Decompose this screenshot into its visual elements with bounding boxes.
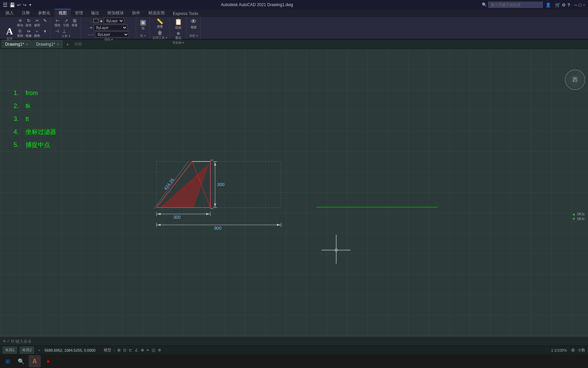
nav-cube-label: 西 bbox=[572, 76, 578, 83]
status-mode: 模型 bbox=[104, 348, 111, 353]
quick-access-undo[interactable]: ↩ bbox=[17, 2, 21, 7]
user-icon[interactable]: 👤 bbox=[545, 2, 551, 7]
rotate-btn[interactable]: ↻旋转 bbox=[24, 18, 33, 28]
measure-btn[interactable]: 📏测量 bbox=[156, 18, 164, 29]
app-menu-icon[interactable]: ☰ bbox=[3, 2, 7, 8]
command-input[interactable] bbox=[15, 339, 117, 344]
lineweight-toggle[interactable]: ━ bbox=[147, 348, 149, 352]
tab-parametric[interactable]: 参数化 bbox=[34, 9, 54, 17]
search-taskbar-btn[interactable]: 🔍 bbox=[15, 355, 27, 367]
search-icon: 🔍 bbox=[482, 2, 487, 7]
doc-tab-2-close[interactable]: × bbox=[57, 43, 59, 46]
red-circle-icon: ● bbox=[47, 358, 50, 365]
leader-icon: ↗ bbox=[64, 18, 68, 23]
color-select[interactable]: ByLayer bbox=[104, 18, 124, 24]
measure-icon: 📏 bbox=[157, 18, 163, 25]
linear-label: 线性 bbox=[54, 23, 61, 28]
settings-icon[interactable]: ⚙ bbox=[562, 2, 566, 7]
doc-tab-2[interactable]: Drawing1* × bbox=[32, 40, 63, 48]
doc-tab-1[interactable]: Drawing1* × bbox=[1, 40, 32, 48]
dim-style[interactable]: ⊥ bbox=[61, 28, 67, 34]
quick-access-redo[interactable]: ↪ bbox=[23, 2, 27, 7]
quick-access-save[interactable]: 💾 bbox=[10, 2, 15, 7]
selection-cycle[interactable]: ⊜ bbox=[158, 348, 161, 352]
paste-btn[interactable]: 📋粘贴 bbox=[174, 18, 183, 30]
linear-dim[interactable]: ⊢线性 bbox=[53, 18, 62, 28]
layout1-tab[interactable]: 布局1 bbox=[3, 347, 17, 354]
tab-addons[interactable]: 附加模块 bbox=[103, 9, 128, 17]
table-btn[interactable]: ⊞表格 bbox=[70, 18, 79, 28]
app-title: Autodesk AutoCAD 2021 Drawing1.dwg bbox=[32, 2, 482, 7]
tab-output[interactable]: 输出 bbox=[87, 9, 103, 17]
ortho-toggle[interactable]: ⊏ bbox=[129, 348, 132, 352]
fillet-btn[interactable]: ⌐圆角 bbox=[33, 28, 41, 39]
dim-more-icon: ⊣ bbox=[55, 29, 59, 34]
grid-toggle[interactable]: ⊞ bbox=[117, 348, 120, 352]
dim-more[interactable]: ⊣ bbox=[53, 28, 60, 34]
ribbon-section-annotation: ⊢线性 ↗引线 ⊞表格 ⊣ ⊥ 注释 ▾ bbox=[51, 17, 81, 39]
mirror-icon: ⇔ bbox=[27, 29, 31, 34]
svg-marker-24 bbox=[277, 224, 280, 226]
ribbon-tabs: 插入 注释 参数化 视图 管理 输出 附加模块 协作 精选应用 Express … bbox=[0, 10, 588, 17]
linear-icon: ⊢ bbox=[56, 18, 60, 23]
ribbon-section-groups: ▣组 组 ▾ bbox=[137, 17, 150, 39]
canvas-area[interactable]: 1. from 2. tk 3. tt 4. 坐标过滤器 5. 捕捉中点 bbox=[0, 49, 588, 337]
trim-btn[interactable]: ✂修剪 bbox=[33, 18, 41, 28]
maximize-btn[interactable]: □ bbox=[579, 2, 582, 7]
tab-express[interactable]: Express Tools bbox=[169, 10, 202, 17]
dim-style-icon: ⊥ bbox=[62, 29, 66, 34]
close-btn[interactable]: × bbox=[583, 2, 585, 7]
purge-btn[interactable]: 🗑 bbox=[156, 30, 164, 36]
tab-manage[interactable]: 管理 bbox=[71, 9, 87, 17]
layer-linetype-select[interactable]: ByLayer bbox=[95, 31, 129, 37]
quick-access-more[interactable]: ▼ bbox=[29, 3, 32, 7]
minimize-btn[interactable]: ─ bbox=[574, 2, 577, 7]
line-weight-icon: ━ bbox=[90, 26, 92, 30]
svg-marker-19 bbox=[206, 213, 210, 215]
nav-cube[interactable]: 西 bbox=[565, 70, 585, 90]
tab-annotation[interactable]: 注释 bbox=[18, 9, 34, 17]
settings-btn[interactable]: ⚙ bbox=[571, 348, 575, 353]
tab-view[interactable]: 视图 bbox=[54, 9, 71, 17]
autocad-taskbar-btn[interactable]: A bbox=[29, 355, 41, 367]
tab-insert[interactable]: 插入 bbox=[1, 9, 18, 17]
dim-height-text: 300 bbox=[217, 182, 225, 187]
transparency-toggle[interactable]: ◫ bbox=[152, 348, 155, 352]
layer-color-select[interactable]: ByLayer bbox=[94, 25, 128, 31]
doc-tab-1-close[interactable]: × bbox=[26, 43, 28, 46]
mirror-btn[interactable]: ⇔镜像 bbox=[24, 28, 33, 39]
windows-start-btn[interactable]: ⊞ bbox=[1, 355, 14, 367]
cart-icon[interactable]: 🛒 bbox=[555, 2, 560, 7]
command-area: ✕ ✓ ⊡ bbox=[0, 337, 588, 346]
tab-featured[interactable]: 精选应用 bbox=[144, 9, 169, 17]
move-btn[interactable]: ✛移动 bbox=[16, 18, 24, 28]
base-label: 基点 bbox=[175, 36, 181, 40]
workspace-btn[interactable]: 小数 bbox=[578, 348, 585, 353]
view-label: 视图 bbox=[191, 25, 197, 30]
more-modify[interactable]: ▾ bbox=[42, 28, 48, 39]
tab-collaborate[interactable]: 协作 bbox=[128, 9, 144, 17]
tabs-row: Drawing1* × Drawing1* × + 绘图 bbox=[0, 40, 588, 49]
base-btn[interactable]: ⊕基点 bbox=[174, 31, 182, 41]
view-btn[interactable]: 👁视图 bbox=[190, 18, 198, 30]
help-icon[interactable]: ? bbox=[567, 2, 570, 7]
search-input[interactable] bbox=[488, 2, 543, 8]
upload-icon: ▲ bbox=[572, 212, 576, 216]
table-label: 表格 bbox=[71, 23, 78, 28]
edit-btn[interactable]: ✎ bbox=[42, 18, 48, 28]
utilities-btns: 📏测量 🗑 bbox=[156, 18, 164, 36]
group-btn[interactable]: ▣组 bbox=[139, 18, 147, 31]
polar-toggle[interactable]: ∠ bbox=[135, 348, 138, 352]
layout2-tab[interactable]: 布局2 bbox=[20, 347, 34, 354]
leader-btn[interactable]: ↗引线 bbox=[62, 18, 70, 28]
download-icon: ▼ bbox=[572, 217, 576, 221]
copy-btn[interactable]: ⎘复制 bbox=[16, 28, 24, 39]
command-prefix: ✕ ✓ ⊡ bbox=[3, 339, 14, 343]
red-circle-btn[interactable]: ● bbox=[42, 355, 54, 367]
new-tab-button[interactable]: + bbox=[63, 40, 71, 48]
osnap-toggle[interactable]: ⊕ bbox=[141, 348, 144, 352]
add-layout-btn[interactable]: + bbox=[37, 348, 42, 353]
snap-toggle[interactable]: ⊡ bbox=[123, 348, 126, 352]
properties-label: 特性 ▾ bbox=[104, 37, 113, 42]
rotate-icon: ↻ bbox=[27, 18, 31, 23]
